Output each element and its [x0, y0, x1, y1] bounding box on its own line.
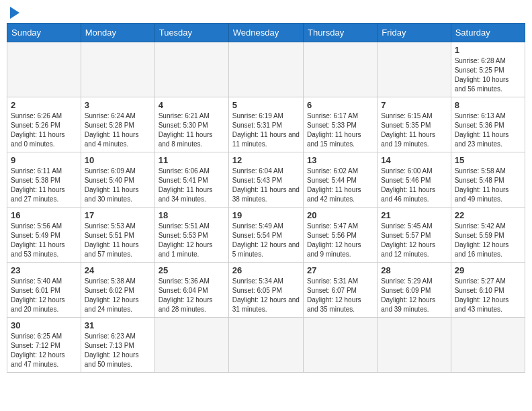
day-info: Sunrise: 6:24 AM Sunset: 5:28 PM Dayligh… [85, 111, 151, 149]
day-number: 10 [85, 155, 151, 165]
day-info: Sunrise: 6:21 AM Sunset: 5:30 PM Dayligh… [159, 111, 225, 149]
day-number: 2 [11, 100, 77, 110]
calendar-cell: 19Sunrise: 5:49 AM Sunset: 5:54 PM Dayli… [228, 208, 303, 263]
col-header-sunday: Sunday [7, 24, 81, 42]
day-number: 9 [11, 155, 77, 165]
day-number: 15 [455, 155, 521, 165]
day-number: 17 [85, 210, 151, 220]
day-number: 5 [232, 100, 300, 110]
calendar-cell: 17Sunrise: 5:53 AM Sunset: 5:51 PM Dayli… [81, 208, 154, 263]
day-number: 31 [85, 320, 151, 330]
calendar-cell: 8Sunrise: 6:13 AM Sunset: 5:36 PM Daylig… [451, 97, 525, 152]
calendar-cell: 5Sunrise: 6:19 AM Sunset: 5:31 PM Daylig… [228, 97, 303, 152]
calendar-cell: 10Sunrise: 6:09 AM Sunset: 5:40 PM Dayli… [81, 152, 154, 208]
day-info: Sunrise: 6:15 AM Sunset: 5:35 PM Dayligh… [381, 111, 447, 149]
day-info: Sunrise: 6:02 AM Sunset: 5:44 PM Dayligh… [307, 167, 373, 204]
day-number: 13 [307, 155, 373, 165]
day-number: 7 [381, 100, 447, 110]
calendar-cell: 7Sunrise: 6:15 AM Sunset: 5:35 PM Daylig… [378, 97, 451, 152]
logo [9, 7, 19, 17]
calendar-cell [7, 42, 81, 97]
header [7, 7, 525, 17]
calendar-header-row: SundayMondayTuesdayWednesdayThursdayFrid… [7, 24, 525, 42]
calendar-cell: 29Sunrise: 5:27 AM Sunset: 6:10 PM Dayli… [451, 263, 525, 318]
calendar-cell: 3Sunrise: 6:24 AM Sunset: 5:28 PM Daylig… [81, 97, 154, 152]
day-number: 19 [232, 210, 300, 220]
calendar-week-3: 16Sunrise: 5:56 AM Sunset: 5:49 PM Dayli… [7, 208, 525, 263]
day-info: Sunrise: 5:56 AM Sunset: 5:49 PM Dayligh… [11, 222, 77, 259]
calendar-cell: 27Sunrise: 5:31 AM Sunset: 6:07 PM Dayli… [303, 263, 377, 318]
day-number: 8 [455, 100, 521, 110]
day-number: 28 [381, 265, 447, 275]
day-info: Sunrise: 6:25 AM Sunset: 7:12 PM Dayligh… [11, 332, 77, 369]
calendar-cell: 6Sunrise: 6:17 AM Sunset: 5:33 PM Daylig… [303, 97, 377, 152]
day-number: 20 [307, 210, 373, 220]
day-number: 3 [85, 100, 151, 110]
day-number: 14 [381, 155, 447, 165]
day-info: Sunrise: 5:51 AM Sunset: 5:53 PM Dayligh… [159, 222, 225, 259]
calendar-cell: 14Sunrise: 6:00 AM Sunset: 5:46 PM Dayli… [378, 152, 451, 208]
col-header-friday: Friday [378, 24, 451, 42]
col-header-saturday: Saturday [451, 24, 525, 42]
calendar-cell [81, 42, 154, 97]
day-info: Sunrise: 6:06 AM Sunset: 5:41 PM Dayligh… [159, 167, 225, 204]
calendar-cell: 31Sunrise: 6:23 AM Sunset: 7:13 PM Dayli… [81, 318, 154, 373]
day-info: Sunrise: 6:13 AM Sunset: 5:36 PM Dayligh… [455, 111, 521, 149]
day-number: 25 [159, 265, 225, 275]
day-info: Sunrise: 5:45 AM Sunset: 5:57 PM Dayligh… [381, 222, 447, 259]
day-info: Sunrise: 6:00 AM Sunset: 5:46 PM Dayligh… [381, 167, 447, 204]
day-info: Sunrise: 6:04 AM Sunset: 5:43 PM Dayligh… [232, 167, 300, 204]
day-number: 21 [381, 210, 447, 220]
day-info: Sunrise: 5:27 AM Sunset: 6:10 PM Dayligh… [455, 277, 521, 314]
day-info: Sunrise: 5:36 AM Sunset: 6:04 PM Dayligh… [159, 277, 225, 314]
calendar-week-4: 23Sunrise: 5:40 AM Sunset: 6:01 PM Dayli… [7, 263, 525, 318]
calendar-cell: 15Sunrise: 5:58 AM Sunset: 5:48 PM Dayli… [451, 152, 525, 208]
day-info: Sunrise: 5:42 AM Sunset: 5:59 PM Dayligh… [455, 222, 521, 259]
calendar-cell: 12Sunrise: 6:04 AM Sunset: 5:43 PM Dayli… [228, 152, 303, 208]
calendar-cell [378, 318, 451, 373]
day-number: 12 [232, 155, 300, 165]
day-info: Sunrise: 6:09 AM Sunset: 5:40 PM Dayligh… [85, 167, 151, 204]
day-info: Sunrise: 5:29 AM Sunset: 6:09 PM Dayligh… [381, 277, 447, 314]
calendar-cell: 16Sunrise: 5:56 AM Sunset: 5:49 PM Dayli… [7, 208, 81, 263]
day-info: Sunrise: 5:53 AM Sunset: 5:51 PM Dayligh… [85, 222, 151, 259]
calendar-cell [228, 318, 303, 373]
calendar-cell: 26Sunrise: 5:34 AM Sunset: 6:05 PM Dayli… [228, 263, 303, 318]
day-info: Sunrise: 6:17 AM Sunset: 5:33 PM Dayligh… [307, 111, 373, 149]
calendar-week-5: 30Sunrise: 6:25 AM Sunset: 7:12 PM Dayli… [7, 318, 525, 373]
day-info: Sunrise: 5:49 AM Sunset: 5:54 PM Dayligh… [232, 222, 300, 259]
calendar-cell [303, 42, 377, 97]
day-info: Sunrise: 6:28 AM Sunset: 5:25 PM Dayligh… [455, 56, 521, 94]
day-info: Sunrise: 5:34 AM Sunset: 6:05 PM Dayligh… [232, 277, 300, 314]
calendar-week-1: 2Sunrise: 6:26 AM Sunset: 5:26 PM Daylig… [7, 97, 525, 152]
day-number: 16 [11, 210, 77, 220]
calendar-cell: 24Sunrise: 5:38 AM Sunset: 6:02 PM Dayli… [81, 263, 154, 318]
calendar-cell: 25Sunrise: 5:36 AM Sunset: 6:04 PM Dayli… [154, 263, 228, 318]
calendar-cell [228, 42, 303, 97]
day-info: Sunrise: 5:38 AM Sunset: 6:02 PM Dayligh… [85, 277, 151, 314]
day-info: Sunrise: 6:19 AM Sunset: 5:31 PM Dayligh… [232, 111, 300, 149]
calendar-cell [154, 318, 228, 373]
calendar-cell: 28Sunrise: 5:29 AM Sunset: 6:09 PM Dayli… [378, 263, 451, 318]
calendar-cell: 13Sunrise: 6:02 AM Sunset: 5:44 PM Dayli… [303, 152, 377, 208]
col-header-tuesday: Tuesday [154, 24, 228, 42]
day-number: 6 [307, 100, 373, 110]
day-info: Sunrise: 6:23 AM Sunset: 7:13 PM Dayligh… [85, 332, 151, 369]
day-number: 23 [11, 265, 77, 275]
calendar-cell: 1Sunrise: 6:28 AM Sunset: 5:25 PM Daylig… [451, 42, 525, 97]
day-number: 24 [85, 265, 151, 275]
calendar-cell [378, 42, 451, 97]
calendar-week-0: 1Sunrise: 6:28 AM Sunset: 5:25 PM Daylig… [7, 42, 525, 97]
col-header-monday: Monday [81, 24, 154, 42]
calendar-week-2: 9Sunrise: 6:11 AM Sunset: 5:38 PM Daylig… [7, 152, 525, 208]
day-info: Sunrise: 6:26 AM Sunset: 5:26 PM Dayligh… [11, 111, 77, 149]
calendar-cell: 4Sunrise: 6:21 AM Sunset: 5:30 PM Daylig… [154, 97, 228, 152]
calendar-cell: 22Sunrise: 5:42 AM Sunset: 5:59 PM Dayli… [451, 208, 525, 263]
calendar-cell [154, 42, 228, 97]
day-info: Sunrise: 5:40 AM Sunset: 6:01 PM Dayligh… [11, 277, 77, 314]
calendar-cell: 30Sunrise: 6:25 AM Sunset: 7:12 PM Dayli… [7, 318, 81, 373]
day-info: Sunrise: 5:47 AM Sunset: 5:56 PM Dayligh… [307, 222, 373, 259]
day-info: Sunrise: 6:11 AM Sunset: 5:38 PM Dayligh… [11, 167, 77, 204]
day-number: 26 [232, 265, 300, 275]
day-number: 27 [307, 265, 373, 275]
